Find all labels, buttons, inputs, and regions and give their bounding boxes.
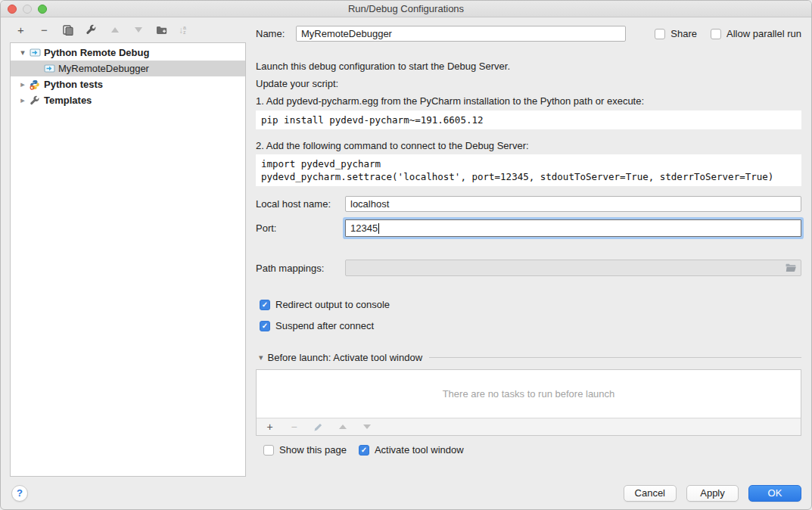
redirect-output-checkbox[interactable]: ✓ Redirect output to console <box>256 299 801 310</box>
configurations-tree: ▾ Python Remote Debug MyRemoteDebugger ▸ <box>10 42 246 477</box>
remote-debug-icon <box>43 64 55 74</box>
instruction-step-2: 2. Add the following command to connect … <box>256 141 801 151</box>
zoom-button[interactable] <box>38 5 47 14</box>
move-down-icon <box>132 23 145 36</box>
local-host-label: Local host name: <box>256 198 345 210</box>
configurations-sidebar: + − ↓ az ▾ <box>10 17 246 509</box>
help-button[interactable]: ? <box>11 485 28 502</box>
close-button[interactable] <box>8 5 17 14</box>
tree-item-python-tests[interactable]: ▸ Python tests <box>11 76 245 92</box>
section-rule <box>429 357 801 358</box>
tree-item-myremotedebugger[interactable]: MyRemoteDebugger <box>11 61 245 76</box>
checkbox-unchecked[interactable] <box>711 29 721 39</box>
browse-folder-icon[interactable] <box>785 263 797 272</box>
port-row: Port: 12345 <box>256 219 801 237</box>
instruction-line-2: Update your script: <box>256 79 801 89</box>
checkbox-checked[interactable]: ✓ <box>260 300 270 310</box>
options-checkboxes: ✓ Redirect output to console ✓ Suspend a… <box>256 299 801 331</box>
remove-configuration-button[interactable]: − <box>38 23 51 36</box>
traffic-lights <box>8 5 47 14</box>
python-icon <box>29 79 41 90</box>
expander-expanded-icon[interactable]: ▾ <box>18 48 27 58</box>
activate-tool-window-checkbox[interactable]: ✓ Activate tool window <box>359 444 464 456</box>
name-row: Name: Share Allow parallel run <box>256 26 801 42</box>
empty-tasks-message: There are no tasks to run before launch <box>257 370 801 418</box>
before-launch-title: Before launch: Activate tool window <box>268 352 423 363</box>
configuration-form: Name: Share Allow parallel run Launch th… <box>256 17 801 509</box>
port-input[interactable]: 12345 <box>345 219 801 237</box>
section-collapse-icon[interactable]: ▾ <box>259 353 263 362</box>
before-launch-section-header[interactable]: ▾ Before launch: Activate tool window <box>256 352 801 363</box>
path-mappings-row: Path mappings: <box>256 260 801 276</box>
tasks-toolbar: + − <box>257 418 801 435</box>
port-label: Port: <box>256 222 345 234</box>
remove-task-button: − <box>288 421 300 434</box>
cancel-button[interactable]: Cancel <box>624 485 677 502</box>
run-debug-configurations-dialog: Run/Debug Configurations + − ↓ <box>0 0 812 510</box>
checkbox-unchecked[interactable] <box>655 29 665 39</box>
add-configuration-button[interactable]: + <box>14 23 27 36</box>
ok-button[interactable]: OK <box>748 485 801 502</box>
add-task-button[interactable]: + <box>263 421 276 434</box>
before-launch-tasks-panel: There are no tasks to run before launch … <box>256 369 801 436</box>
title-bar: Run/Debug Configurations <box>1 1 811 17</box>
move-task-up-icon <box>336 421 349 434</box>
tree-item-python-remote-debug[interactable]: ▾ Python Remote Debug <box>11 45 245 61</box>
settrace-code: import pydevd_pycharm pydevd_pycharm.set… <box>256 154 801 186</box>
name-input[interactable] <box>296 26 626 42</box>
instruction-step-1: 1. Add pydevd-pycharm.egg from the PyCha… <box>256 96 801 106</box>
text-cursor <box>378 223 379 234</box>
path-mappings-input[interactable] <box>345 260 801 276</box>
window-title: Run/Debug Configurations <box>1 3 811 14</box>
path-mappings-label: Path mappings: <box>256 263 345 274</box>
minimize-button <box>23 5 32 14</box>
allow-parallel-run-checkbox[interactable]: Allow parallel run <box>711 28 801 39</box>
local-host-row: Local host name: <box>256 196 801 212</box>
page-option-checkboxes: Show this page ✓ Activate tool window <box>256 444 801 456</box>
instruction-line-1: Launch this debug configuration to start… <box>256 61 801 71</box>
checkbox-unchecked[interactable] <box>263 445 274 456</box>
sidebar-toolbar: + − ↓ az <box>10 17 246 42</box>
checkbox-checked[interactable]: ✓ <box>260 321 270 331</box>
remote-debug-icon <box>29 48 41 58</box>
dialog-footer: ? Cancel Apply OK <box>11 484 801 502</box>
name-label: Name: <box>256 28 296 39</box>
show-this-page-checkbox[interactable]: Show this page <box>263 444 347 456</box>
new-folder-icon[interactable] <box>155 23 168 36</box>
share-checkbox[interactable]: Share <box>655 28 697 39</box>
move-task-down-icon <box>360 421 373 434</box>
sort-alpha-icon: ↓ az <box>179 25 186 36</box>
checkbox-checked[interactable]: ✓ <box>359 445 369 456</box>
local-host-input[interactable] <box>345 196 801 212</box>
expander-collapsed-icon[interactable]: ▸ <box>18 79 27 89</box>
dialog-body: + − ↓ az ▾ <box>1 17 811 509</box>
wrench-icon <box>29 95 41 106</box>
move-up-icon <box>108 23 121 36</box>
suspend-after-connect-checkbox[interactable]: ✓ Suspend after connect <box>256 320 801 331</box>
edit-task-pencil-icon <box>312 421 325 434</box>
tree-item-templates[interactable]: ▸ Templates <box>11 92 245 108</box>
copy-configuration-icon[interactable] <box>61 23 74 36</box>
apply-button[interactable]: Apply <box>686 485 739 502</box>
expander-collapsed-icon[interactable]: ▸ <box>18 95 27 105</box>
pip-install-code: pip install pydevd-pycharm~=191.6605.12 <box>256 110 801 129</box>
edit-templates-wrench-icon[interactable] <box>85 23 98 36</box>
